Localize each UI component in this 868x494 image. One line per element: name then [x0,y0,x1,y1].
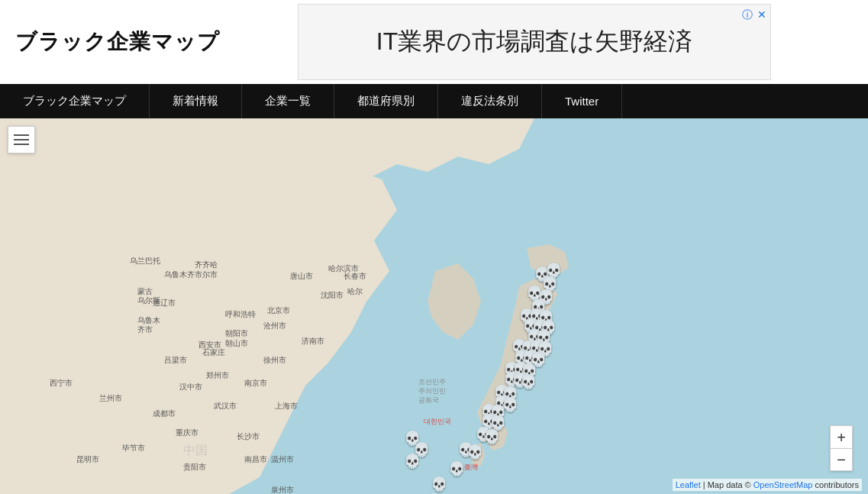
ad-info-icon[interactable]: ⓘ [742,8,753,22]
header: ブラック企業マップ ⓘ ✕ IT業界の市場調査は矢野経済 [0,0,868,84]
svg-text:贵阳市: 贵阳市 [183,463,206,471]
ad-text: IT業界の市場調査は矢野経済 [376,25,692,59]
svg-text:西宁市: 西宁市 [50,379,73,387]
svg-text:长春市: 长春市 [344,272,366,280]
svg-text:唐山市: 唐山市 [290,272,313,280]
ad-banner: ⓘ ✕ IT業界の市場調査は矢野経済 [298,4,771,80]
svg-text:蒙古: 蒙古 [137,287,153,295]
svg-text:重庆市: 重庆市 [176,428,198,437]
svg-text:朝阳市: 朝阳市 [225,329,248,337]
nav-item-companies[interactable]: 企業一覧 [242,84,334,118]
svg-text:조선민주: 조선민주 [418,378,446,386]
svg-text:乌鲁木: 乌鲁木 [137,316,160,324]
nav-item-law[interactable]: 違反法条別 [438,84,542,118]
zoom-in-button[interactable]: + [830,425,853,448]
svg-text:济南市: 济南市 [302,337,324,345]
svg-text:乌尔斯: 乌尔斯 [137,296,160,305]
svg-text:郑州市: 郑州市 [206,371,229,379]
svg-text:中国: 中国 [183,444,208,457]
svg-text:吕梁市: 吕梁市 [164,356,187,364]
map-background: 乌鲁木齐市 乌鲁木 齐市 西宁市 兰州市 成都市 重庆市 毕节市 昆明市 贵阳市… [0,118,868,494]
svg-text:哈尔滨市: 哈尔滨市 [328,264,359,273]
nav-item-news[interactable]: 新着情報 [150,84,242,118]
hamburger-line-1 [14,134,29,136]
svg-text:尔市: 尔市 [202,270,218,279]
navbar: ブラック企業マップ 新着情報 企業一覧 都道府県別 違反法条別 Twitter [0,84,868,118]
svg-text:武汉市: 武汉市 [214,402,237,410]
svg-text:南京市: 南京市 [244,379,267,387]
svg-text:주의인민: 주의인민 [418,387,446,395]
contributors-text: contributors [815,480,859,489]
svg-text:沧州市: 沧州市 [263,321,286,330]
svg-text:成都市: 成都市 [153,409,176,418]
svg-text:齐齐哈: 齐齐哈 [195,260,218,269]
nav-item-prefecture[interactable]: 都道府県別 [334,84,438,118]
svg-text:南昌市: 南昌市 [244,455,267,463]
svg-text:대한민국: 대한민국 [424,418,451,425]
svg-text:毕节市: 毕节市 [122,444,145,452]
svg-text:공화국: 공화국 [418,396,439,404]
svg-text:泉州市: 泉州市 [271,486,294,494]
svg-text:乌兰巴托: 乌兰巴托 [130,257,160,265]
svg-text:昆明市: 昆明市 [76,455,99,463]
hamburger-line-2 [14,139,29,140]
svg-text:长沙市: 长沙市 [237,432,260,441]
svg-text:朝山市: 朝山市 [225,339,248,347]
svg-text:温州市: 温州市 [271,455,294,463]
nav-item-twitter[interactable]: Twitter [542,84,622,118]
leaflet-link[interactable]: Leaflet [676,480,701,489]
svg-text:徐州市: 徐州市 [263,356,286,364]
hamburger-button[interactable] [8,126,35,153]
svg-text:齐市: 齐市 [137,325,153,334]
ad-close-area[interactable]: ⓘ ✕ [742,8,766,22]
svg-text:汉中市: 汉中市 [179,383,202,391]
zoom-out-button[interactable]: − [830,448,853,471]
map-attribution: Leaflet | Map data © OpenStreetMap contr… [673,479,862,491]
svg-text:哈尔: 哈尔 [347,287,363,295]
hamburger-line-3 [14,144,29,145]
site-title-wrap: ブラック企業マップ [15,27,220,57]
svg-text:沈阳市: 沈阳市 [321,291,344,299]
svg-text:臺灣: 臺灣 [464,463,478,471]
svg-text:乌鲁木齐市: 乌鲁木齐市 [164,270,202,279]
osm-link[interactable]: OpenStreetMap [753,480,813,489]
nav-item-home[interactable]: ブラック企業マップ [0,84,150,118]
svg-text:北京市: 北京市 [267,306,290,315]
site-title: ブラック企業マップ [15,30,220,53]
map-data-text: Map data © [708,480,753,489]
svg-text:呼和浩特: 呼和浩特 [225,310,256,318]
svg-text:兰州市: 兰州市 [99,394,122,402]
map-container[interactable]: 乌鲁木齐市 乌鲁木 齐市 西宁市 兰州市 成都市 重庆市 毕节市 昆明市 贵阳市… [0,118,868,494]
ad-close-icon[interactable]: ✕ [757,8,766,22]
svg-text:上海市: 上海市 [275,402,298,410]
svg-text:石家庄: 石家庄 [202,348,225,357]
zoom-controls: + − [830,425,853,471]
